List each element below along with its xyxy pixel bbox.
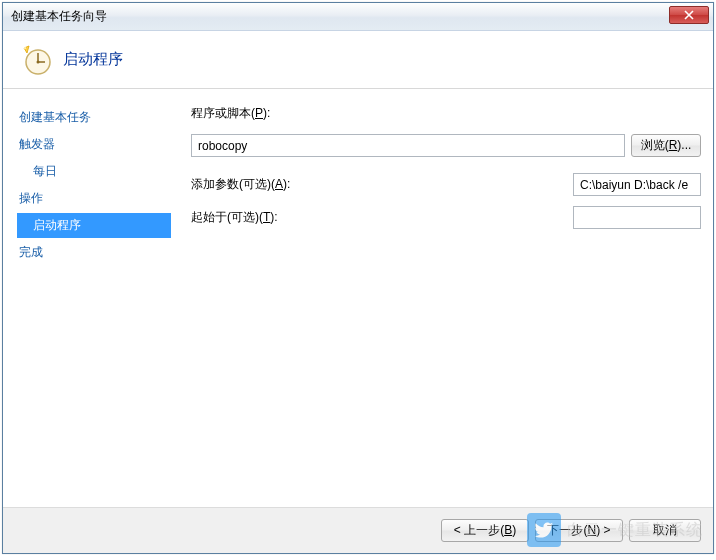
wizard-footer: < 上一步(B) 下一步(N) > 取消 白云一键重装系统 [3, 507, 713, 553]
start-in-label: 起始于(可选)(T): [191, 209, 278, 226]
browse-button[interactable]: 浏览(R)... [631, 134, 701, 157]
svg-point-3 [37, 60, 40, 63]
nav-finish[interactable]: 完成 [17, 240, 171, 265]
add-arguments-input[interactable] [573, 173, 701, 196]
nav-create-basic-task[interactable]: 创建基本任务 [17, 105, 171, 130]
header-icon [19, 43, 53, 77]
titlebar: 创建基本任务向导 [3, 3, 713, 31]
sidebar: 创建基本任务 触发器 每日 操作 启动程序 完成 [3, 105, 171, 507]
run-program-icon [20, 44, 52, 76]
start-in-input[interactable] [573, 206, 701, 229]
nav-trigger[interactable]: 触发器 [17, 132, 171, 157]
program-script-label: 程序或脚本(P): [191, 105, 270, 122]
cancel-button[interactable]: 取消 [629, 519, 701, 542]
wizard-header: 启动程序 [3, 31, 713, 89]
content-pane: 程序或脚本(P): 浏览(R)... 添加参数(可选)(A): 起始于(可选)(… [171, 105, 713, 507]
page-heading: 启动程序 [63, 50, 123, 69]
nav-action[interactable]: 操作 [17, 186, 171, 211]
window-title: 创建基本任务向导 [11, 8, 107, 25]
nav-start-program[interactable]: 启动程序 [17, 213, 171, 238]
close-icon [684, 10, 694, 20]
back-button[interactable]: < 上一步(B) [441, 519, 529, 542]
program-script-input[interactable] [191, 134, 625, 157]
nav-trigger-daily[interactable]: 每日 [17, 159, 171, 184]
svg-point-4 [24, 47, 26, 49]
next-button[interactable]: 下一步(N) > [535, 519, 623, 542]
wizard-window: 创建基本任务向导 启动程序 创建基本任务 触发器 每日 操作 启动程序 [2, 2, 714, 554]
add-arguments-label: 添加参数(可选)(A): [191, 176, 290, 193]
wizard-body: 创建基本任务 触发器 每日 操作 启动程序 完成 程序或脚本(P): 浏览(R)… [3, 89, 713, 507]
close-button[interactable] [669, 6, 709, 24]
